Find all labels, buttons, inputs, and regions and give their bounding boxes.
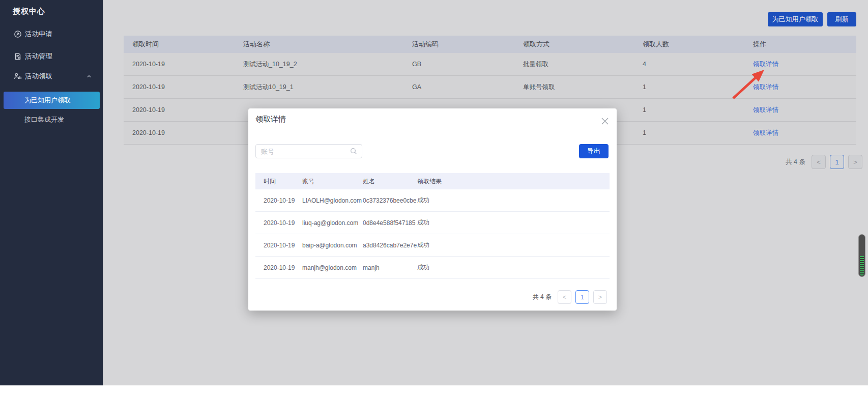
- cell-count: 4: [643, 61, 753, 68]
- prev-page-button[interactable]: <: [812, 155, 826, 169]
- receive-detail-link[interactable]: 领取详情: [753, 83, 778, 91]
- detail-row: 2020-10-19 baip-a@glodon.com a3d8426cab7…: [255, 234, 610, 257]
- certificate-icon: [14, 52, 22, 61]
- cell-account: liuq-ag@glodon.com: [302, 219, 363, 227]
- cell-count: 1: [643, 129, 753, 136]
- column-header-count: 领取人数: [643, 40, 753, 49]
- cell-code: GB: [412, 61, 523, 68]
- app-title: 授权中心: [13, 7, 45, 16]
- column-header-method: 领取方式: [523, 40, 643, 49]
- column-header-time: 时间: [255, 177, 302, 186]
- cell-time: 2020-10-19: [124, 129, 243, 136]
- cell-account: manjh@glodon.com: [302, 264, 363, 271]
- cell-name: 0c3732376bee0cbe: [363, 197, 417, 204]
- receive-detail-modal: 领取详情 导出 时间 账号 姓名 领取结果 2020-10-19 LIAOLH@…: [248, 108, 617, 311]
- modal-pagination: 共 4 条 < 1 >: [533, 290, 607, 304]
- app-root: 授权中心 活动申请 活动管理 活动领取 为已知用户领取: [0, 0, 868, 420]
- table-row: 2020-10-19 测试活动_10_19_2 GB 批量领取 4 领取详情: [124, 53, 856, 76]
- cell-time: 2020-10-19: [124, 61, 243, 68]
- cell-result: 成功: [417, 241, 610, 249]
- cell-count: 1: [643, 106, 753, 114]
- sidebar-subitem-label: 接口集成开发: [24, 115, 64, 124]
- table-header-row: 领取时间 活动名称 活动编码 领取方式 领取人数 操作: [124, 36, 856, 53]
- pagination-total: 共 4 条: [786, 158, 805, 166]
- sidebar-item-label: 活动申请: [25, 30, 52, 39]
- cell-result: 成功: [417, 196, 610, 205]
- cell-time: 2020-10-19: [124, 106, 243, 114]
- column-header-name: 姓名: [363, 177, 417, 186]
- cell-name: 测试活动10_19_1: [243, 83, 412, 92]
- prev-page-button[interactable]: <: [558, 290, 571, 304]
- cell-time: 2020-10-19: [124, 83, 243, 91]
- chevron-left-icon: <: [817, 158, 821, 166]
- cell-name: 0d8e4e588f547185: [363, 219, 417, 227]
- cell-result: 成功: [417, 263, 610, 272]
- cell-name: a3d8426cab7e2e7e: [363, 242, 417, 249]
- export-button[interactable]: 导出: [579, 144, 609, 158]
- sidebar-subitem-label: 为已知用户领取: [24, 96, 71, 105]
- cell-time: 2020-10-19: [255, 219, 302, 227]
- refresh-button[interactable]: 刷新: [827, 12, 856, 26]
- detail-table: 时间 账号 姓名 领取结果 2020-10-19 LIAOLH@glodon.c…: [255, 173, 610, 279]
- cell-account: baip-a@glodon.com: [302, 242, 363, 249]
- cell-code: GA: [412, 83, 523, 91]
- cell-method: 批量领取: [523, 60, 643, 69]
- user-chart-icon: [14, 72, 22, 80]
- scrollbar-progress-stripes: [860, 256, 864, 275]
- detail-row: 2020-10-19 LIAOLH@glodon.com 0c3732376be…: [255, 189, 610, 212]
- cell-time: 2020-10-19: [255, 197, 302, 204]
- detail-row: 2020-10-19 liuq-ag@glodon.com 0d8e4e588f…: [255, 212, 610, 234]
- detail-row: 2020-10-19 manjh@glodon.com manjh 成功: [255, 257, 610, 279]
- receive-for-known-users-button[interactable]: 为已知用户领取: [768, 12, 823, 26]
- modal-title: 领取详情: [255, 115, 286, 124]
- main-pagination: 共 4 条 < 1 >: [786, 155, 862, 169]
- bottom-band: [0, 385, 868, 420]
- chevron-right-icon: >: [853, 158, 857, 166]
- sidebar-item-label: 活动领取: [25, 72, 52, 81]
- cell-name: manjh: [363, 264, 417, 271]
- receive-detail-link[interactable]: 领取详情: [753, 61, 778, 68]
- pagination-total: 共 4 条: [533, 293, 552, 301]
- cell-method: 单账号领取: [523, 83, 643, 92]
- sidebar: 授权中心 活动申请 活动管理 活动领取 为已知用户领取: [0, 0, 103, 385]
- chevron-right-icon: >: [598, 294, 602, 301]
- detail-header-row: 时间 账号 姓名 领取结果: [255, 173, 610, 189]
- chevron-left-icon: <: [563, 294, 566, 301]
- cell-result: 成功: [417, 218, 610, 227]
- sidebar-item-activity-receive[interactable]: 活动领取: [0, 69, 103, 84]
- scrollbar-thumb[interactable]: [858, 234, 865, 277]
- close-icon[interactable]: [600, 117, 610, 126]
- cell-time: 2020-10-19: [255, 264, 302, 271]
- sidebar-item-activity-manage[interactable]: 活动管理: [0, 49, 103, 64]
- column-header-time: 领取时间: [124, 40, 243, 49]
- sidebar-item-label: 活动管理: [25, 52, 52, 61]
- sidebar-item-activity-apply[interactable]: 活动申请: [0, 26, 103, 42]
- page-1-button[interactable]: 1: [830, 155, 844, 169]
- chevron-up-icon: [86, 74, 92, 79]
- column-header-code: 活动编码: [412, 40, 523, 49]
- page-1-button[interactable]: 1: [575, 290, 589, 304]
- receive-detail-link[interactable]: 领取详情: [753, 129, 778, 136]
- target-icon: [14, 30, 22, 38]
- account-search-input[interactable]: [255, 144, 362, 158]
- sidebar-item-receive-known-users[interactable]: 为已知用户领取: [4, 92, 100, 109]
- column-header-result: 领取结果: [417, 177, 610, 186]
- table-row: 2020-10-19 测试活动10_19_1 GA 单账号领取 1 领取详情: [124, 76, 856, 99]
- column-header-action: 操作: [753, 40, 856, 49]
- receive-detail-link[interactable]: 领取详情: [753, 106, 778, 114]
- sidebar-item-api-integration[interactable]: 接口集成开发: [4, 111, 100, 128]
- column-header-name: 活动名称: [243, 40, 412, 49]
- cell-account: LIAOLH@glodon.com: [302, 197, 363, 204]
- cell-count: 1: [643, 83, 753, 91]
- cell-time: 2020-10-19: [255, 242, 302, 249]
- next-page-button[interactable]: >: [848, 155, 862, 169]
- next-page-button[interactable]: >: [593, 290, 607, 304]
- column-header-account: 账号: [302, 177, 363, 186]
- cell-name: 测试活动_10_19_2: [243, 60, 412, 69]
